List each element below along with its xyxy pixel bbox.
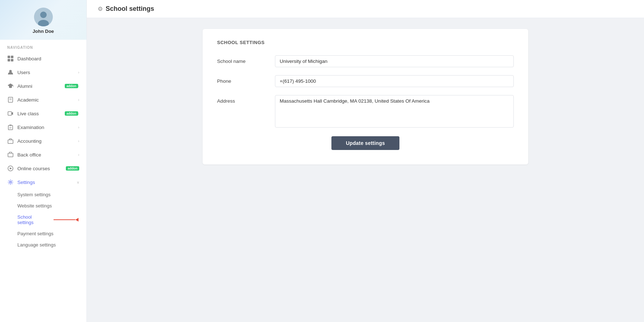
sub-nav-item-language-settings[interactable]: Language settings xyxy=(0,239,86,250)
sidebar-item-users[interactable]: Users › xyxy=(0,65,86,79)
chevron-right-icon: › xyxy=(78,153,79,157)
addon-badge: addon xyxy=(66,166,79,171)
sidebar-item-settings[interactable]: Settings ∨ xyxy=(0,175,86,189)
card-title: SCHOOL SETTINGS xyxy=(217,40,514,45)
phone-label: Phone xyxy=(217,75,275,84)
briefcase-icon xyxy=(7,138,14,144)
sidebar-item-label: Users xyxy=(17,70,78,75)
sidebar-header: John Doe xyxy=(0,0,86,40)
sidebar-item-label: Live class xyxy=(17,111,63,116)
svg-point-23 xyxy=(10,181,12,183)
grid-icon xyxy=(7,55,14,62)
avatar xyxy=(34,8,53,26)
main-content: ⚙ School settings SCHOOL SETTINGS School… xyxy=(87,0,644,322)
sidebar-item-label: Online courses xyxy=(17,166,64,171)
svg-rect-6 xyxy=(11,59,13,61)
address-input[interactable] xyxy=(275,95,514,128)
chevron-right-icon: › xyxy=(78,98,79,102)
school-settings-card: SCHOOL SETTINGS School name Phone Addres… xyxy=(203,29,528,164)
svg-rect-20 xyxy=(8,153,13,157)
shopping-icon xyxy=(7,151,14,158)
school-name-row: School name xyxy=(217,55,514,67)
sidebar-item-label: Dashboard xyxy=(17,56,79,61)
sidebar-item-label: Back office xyxy=(17,152,78,158)
sidebar-item-live-class[interactable]: Live class addon › xyxy=(0,107,86,120)
svg-rect-4 xyxy=(11,56,13,58)
sidebar-item-academic[interactable]: Academic › xyxy=(0,93,86,107)
sidebar-item-label: Alumni xyxy=(17,83,63,89)
school-name-label: School name xyxy=(217,55,275,64)
page-title: School settings xyxy=(106,5,154,13)
address-label: Address xyxy=(217,95,275,104)
chevron-down-icon: ∨ xyxy=(77,180,79,184)
nav-section-label: NAVIGATION xyxy=(0,40,86,52)
school-name-input[interactable] xyxy=(275,55,514,67)
svg-rect-15 xyxy=(8,125,13,130)
svg-marker-22 xyxy=(10,167,12,169)
sidebar-item-accounting[interactable]: Accounting › xyxy=(0,134,86,148)
svg-rect-19 xyxy=(8,140,13,143)
sidebar-item-label: Accounting xyxy=(17,138,78,144)
svg-point-1 xyxy=(40,12,47,18)
sidebar-item-dashboard[interactable]: Dashboard xyxy=(0,52,86,65)
settings-icon xyxy=(7,179,14,185)
svg-rect-13 xyxy=(8,112,12,115)
settings-sub-nav: System settings Website settings School … xyxy=(0,189,86,250)
phone-input[interactable] xyxy=(275,75,514,87)
sub-nav-item-payment-settings[interactable]: Payment settings xyxy=(0,228,86,239)
arrow-annotation xyxy=(54,218,79,222)
phone-row: Phone xyxy=(217,75,514,87)
sub-nav-item-system-settings[interactable]: System settings xyxy=(0,189,86,200)
play-icon xyxy=(7,165,14,172)
chevron-right-icon: › xyxy=(78,70,79,74)
book-icon xyxy=(7,96,14,103)
content-area: SCHOOL SETTINGS School name Phone Addres… xyxy=(87,18,644,322)
chevron-right-icon: › xyxy=(78,125,79,129)
address-row: Address xyxy=(217,95,514,128)
sidebar-item-back-office[interactable]: Back office › xyxy=(0,148,86,162)
username: John Doe xyxy=(33,29,54,34)
sub-nav-item-website-settings[interactable]: Website settings xyxy=(0,200,86,211)
clipboard-icon xyxy=(7,124,14,130)
update-settings-button[interactable]: Update settings xyxy=(331,136,399,150)
video-icon xyxy=(7,110,14,117)
sidebar-item-label: Academic xyxy=(17,97,78,103)
person-icon xyxy=(7,69,14,76)
sidebar-item-examination[interactable]: Examination › xyxy=(0,120,86,134)
sidebar-item-label: Examination xyxy=(17,125,78,130)
addon-badge: addon xyxy=(65,84,78,88)
gear-icon: ⚙ xyxy=(98,5,103,12)
sidebar: John Doe NAVIGATION Dashboard Users › xyxy=(0,0,87,322)
topbar: ⚙ School settings xyxy=(87,0,644,18)
svg-rect-5 xyxy=(8,59,10,61)
chevron-right-icon: › xyxy=(78,112,79,116)
sidebar-item-alumni[interactable]: Alumni addon › xyxy=(0,79,86,93)
sidebar-item-online-courses[interactable]: Online courses addon xyxy=(0,162,86,175)
school-settings-label: School settings xyxy=(17,214,49,225)
svg-rect-16 xyxy=(9,125,12,126)
sub-nav-item-school-settings[interactable]: School settings xyxy=(0,211,86,228)
sidebar-item-label: Settings xyxy=(17,180,77,185)
graduation-icon xyxy=(7,83,14,89)
chevron-right-icon: › xyxy=(78,84,79,88)
addon-badge: addon xyxy=(65,111,78,116)
svg-rect-3 xyxy=(8,56,10,58)
chevron-right-icon: › xyxy=(78,139,79,143)
